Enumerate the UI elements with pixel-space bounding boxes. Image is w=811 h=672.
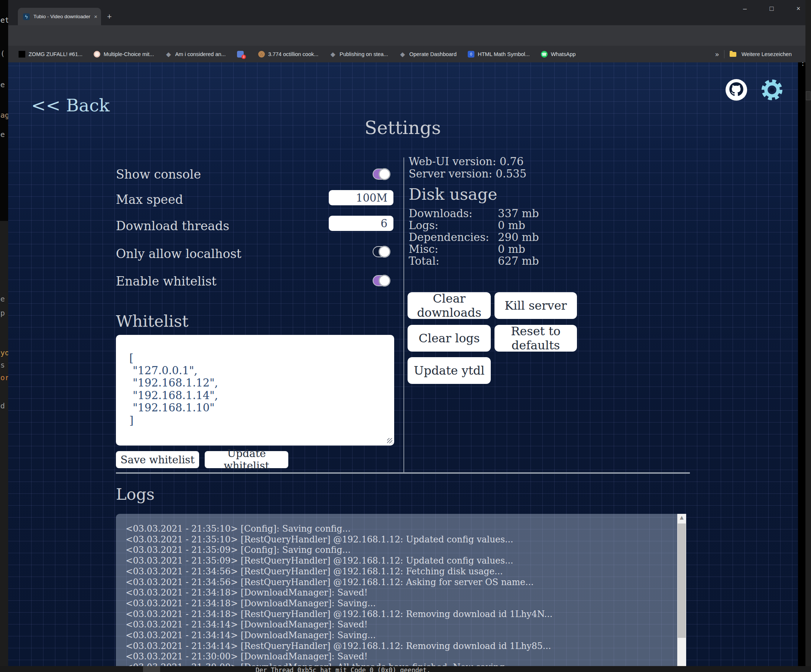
- log-output[interactable]: <03.03.2021 - 21:35:10> [Config]: Saving…: [116, 514, 677, 672]
- z0r-favicon-icon: [19, 51, 25, 58]
- cookie-favicon-icon: ∴: [258, 51, 265, 58]
- download-threads-input[interactable]: [329, 216, 394, 231]
- log-line: <03.03.2021 - 21:34:56> [RestQueryHandle…: [126, 566, 677, 577]
- disk-usage-row-label: Downloads:: [409, 207, 472, 220]
- background-window-left-edge: et ( e ag e e p yo s or d :: [0, 0, 8, 672]
- disk-usage-row-label: Dependencies:: [409, 231, 489, 244]
- left-fragment: s: [0, 361, 5, 369]
- bookmark-item[interactable]: Multiple-Choice mit...: [93, 51, 154, 58]
- log-line: <03.03.2021 - 21:34:14> [RestQueryHandle…: [126, 641, 677, 652]
- back-link[interactable]: << Back: [31, 95, 110, 115]
- log-line: <03.03.2021 - 21:34:18> [RestQueryHandle…: [126, 609, 677, 620]
- disk-usage-row-label: Total:: [409, 255, 439, 267]
- bookmark-item[interactable]: ☎ WhatsApp: [541, 51, 576, 58]
- tab-favicon-icon: ϟ: [23, 14, 30, 20]
- left-fragment: ag: [0, 111, 8, 120]
- log-line: <03.03.2021 - 21:35:10> [Config]: Saving…: [126, 523, 677, 534]
- left-fragment: p: [0, 308, 5, 317]
- page-content: << Back Settings Show console Max speed …: [7, 63, 798, 672]
- column-divider: [404, 157, 404, 473]
- left-fragment: e: [0, 295, 5, 303]
- only-allow-localhost-label: Only allow localhost: [116, 247, 241, 261]
- webui-version: Web-UI version: 0.76: [409, 155, 523, 168]
- left-fragment: yo: [0, 348, 8, 357]
- log-line: <03.03.2021 - 21:34:18> [DownloadManager…: [126, 598, 677, 609]
- tab-title: Tubio - Video downloader: [34, 14, 91, 19]
- unity-favicon-icon: ◆: [165, 51, 171, 58]
- log-line: <03.03.2021 - 21:35:09> [RestQueryHandle…: [126, 555, 677, 566]
- folder-icon: [730, 52, 736, 57]
- log-scrollbar-thumb[interactable]: [678, 523, 686, 638]
- log-line: <03.03.2021 - 21:34:56> [RestQueryHandle…: [126, 577, 677, 588]
- section-divider: [116, 472, 690, 474]
- left-fragment: e: [0, 130, 5, 139]
- log-line: <03.03.2021 - 21:34:14> [DownloadManager…: [126, 619, 677, 630]
- unity-favicon-icon: ◆: [399, 51, 406, 58]
- background-window-right-edge: [806, 0, 811, 672]
- disk-usage-row-value: 0 mb: [498, 243, 525, 256]
- browser-toolbar: ← → ↻ ⌂ ⚠ Nicht sicher | 192.168.1.12 :6…: [7, 25, 806, 46]
- log-line: <03.03.2021 - 21:34:18> [DownloadManager…: [126, 587, 677, 598]
- disk-usage-row-value: 0 mb: [498, 219, 525, 232]
- bookmark-item[interactable]: ◆ Am i considered an...: [165, 51, 226, 58]
- tab-close-icon[interactable]: ×: [94, 14, 97, 20]
- log-scrollbar[interactable]: ▲: [677, 514, 686, 672]
- show-console-toggle[interactable]: [373, 169, 390, 180]
- disk-usage-title: Disk usage: [409, 185, 497, 203]
- math-favicon-icon: ◊: [468, 51, 474, 58]
- browser-tab[interactable]: ϟ Tubio - Video downloader ×: [18, 8, 101, 25]
- left-fragment: et: [0, 15, 8, 24]
- disk-usage-row-value: 290 mb: [498, 231, 539, 244]
- scroll-up-icon[interactable]: ▲: [677, 515, 686, 520]
- bookmark-item[interactable]: ◆ Publishing on stea...: [329, 51, 388, 58]
- bookmarks-overflow-chevron-icon[interactable]: »: [715, 51, 719, 58]
- logs-title: Logs: [116, 485, 154, 503]
- textarea-resize-handle-icon[interactable]: [387, 438, 392, 443]
- enable-whitelist-label: Enable whitelist: [116, 274, 217, 288]
- show-console-label: Show console: [116, 167, 201, 181]
- tab-strip: ϟ Tubio - Video downloader × + – □ ×: [7, 0, 806, 25]
- window-maximize-button[interactable]: □: [766, 3, 777, 14]
- unity-favicon-icon: ◆: [329, 51, 336, 58]
- disk-usage-row-value: 627 mb: [498, 255, 539, 267]
- github-icon[interactable]: [725, 79, 748, 101]
- server-version: Server version: 0.535: [409, 168, 526, 180]
- disk-usage-row-label: Logs:: [409, 219, 438, 232]
- settings-gear-icon[interactable]: [761, 79, 783, 101]
- other-bookmarks-label[interactable]: Weitere Lesezeichen: [741, 51, 792, 57]
- whitelist-title: Whitelist: [116, 312, 188, 330]
- blue3-favicon-icon: [237, 51, 244, 58]
- bookmark-item[interactable]: ZOMG ZUFALL! #61...: [19, 51, 83, 58]
- download-threads-label: Download threads: [116, 219, 229, 233]
- bookmarks-list: ZOMG ZUFALL! #61... Multiple-Choice mit.…: [19, 49, 576, 60]
- clear-logs-button[interactable]: Clear logs: [407, 325, 491, 352]
- save-whitelist-button[interactable]: Save whitelist: [116, 451, 199, 468]
- left-fragment: d :: [0, 401, 8, 410]
- log-line: <03.03.2021 - 21:35:09> [Config]: Saving…: [126, 545, 677, 555]
- max-speed-label: Max speed: [116, 192, 183, 207]
- bookmark-item[interactable]: ∴ 3.774 octillion cook...: [258, 51, 318, 58]
- kill-server-button[interactable]: Kill server: [494, 292, 577, 319]
- left-fragment: or: [0, 373, 8, 382]
- clear-downloads-button[interactable]: Clear downloads: [407, 292, 491, 319]
- window-minimize-button[interactable]: –: [739, 3, 750, 14]
- update-whitelist-button[interactable]: Update whitelist: [205, 451, 288, 468]
- new-tab-button[interactable]: +: [107, 12, 112, 22]
- enable-whitelist-toggle[interactable]: [373, 275, 390, 286]
- update-ytdl-button[interactable]: Update ytdl: [407, 357, 491, 384]
- console-output-fragment: Der Thread 0xb5c hat mit Code 0 (0x0) ge…: [256, 667, 431, 672]
- rings-favicon-icon: [93, 51, 100, 58]
- bookmark-item[interactable]: ◊ HTML Math Symbol...: [468, 51, 530, 58]
- left-fragment: e: [0, 80, 5, 89]
- max-speed-input[interactable]: [329, 190, 394, 205]
- reset-to-defaults-button[interactable]: Reset to defaults: [494, 325, 577, 352]
- bookmarks-bar: ZOMG ZUFALL! #61... Multiple-Choice mit.…: [7, 46, 806, 63]
- bookmark-item[interactable]: ◆ Operate Dashboard: [399, 51, 456, 58]
- only-allow-localhost-toggle[interactable]: [373, 246, 390, 257]
- disk-usage-row-value: 337 mb: [498, 207, 539, 220]
- disk-usage-row-label: Misc:: [409, 243, 438, 256]
- whitelist-textarea[interactable]: [ "127.0.0.1", "192.168.1.12", "192.168.…: [116, 335, 394, 445]
- log-line: <03.03.2021 - 21:30:00> [DownloadManager…: [126, 651, 677, 662]
- window-close-button[interactable]: ×: [793, 3, 804, 14]
- bookmark-item[interactable]: [237, 51, 247, 58]
